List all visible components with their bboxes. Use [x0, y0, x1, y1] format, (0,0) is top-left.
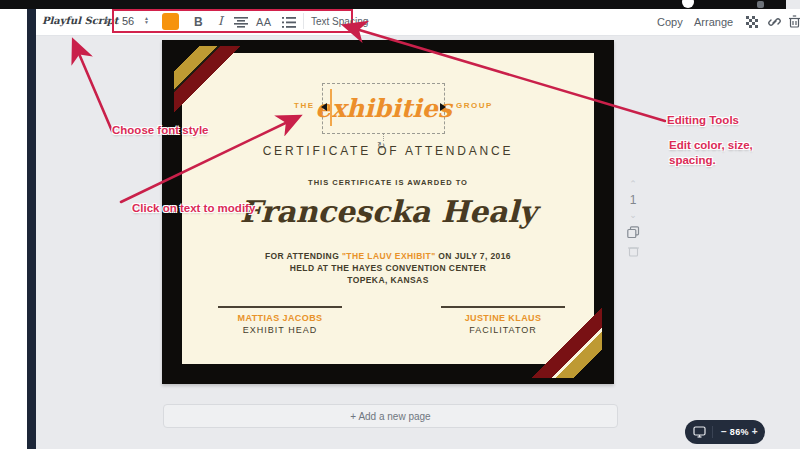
- certificate-body-line3[interactable]: TOPEKA, KANSAS: [162, 275, 614, 285]
- text-toolbar: Playful Script ▲ ▼ 56 ▲ ▼ B I AA Text Sp…: [36, 9, 800, 36]
- transparency-icon[interactable]: [746, 16, 758, 28]
- font-size-field[interactable]: 56: [122, 15, 134, 27]
- brand-prefix-text[interactable]: THE: [294, 101, 315, 110]
- text-spacing-button[interactable]: Text Spacing: [311, 16, 368, 27]
- text-align-icon[interactable]: [234, 17, 248, 28]
- video-progress-bar[interactable]: [0, 0, 786, 9]
- event-name-highlight: "THE LAUV EXHIBIT": [342, 251, 436, 261]
- arrange-button[interactable]: Arrange: [694, 16, 733, 28]
- pill-divider: [712, 426, 713, 438]
- annotation-choose-font: Choose font style: [112, 123, 208, 138]
- text-selection-box[interactable]: exhibities ↻: [322, 83, 445, 134]
- text-color-swatch[interactable]: [162, 13, 179, 30]
- move-page-down-icon[interactable]: ⌄: [622, 211, 644, 220]
- player-button-icon[interactable]: [757, 1, 764, 8]
- resize-handle-right-icon[interactable]: [440, 103, 446, 111]
- toolbar-divider: [303, 13, 304, 29]
- list-icon[interactable]: [282, 17, 296, 28]
- annotation-click-text: Click on text to modify: [132, 201, 255, 216]
- link-icon[interactable]: [768, 16, 781, 28]
- zoom-level: 86%: [730, 427, 749, 437]
- certificate-subtitle[interactable]: THIS CERTIFICATE IS AWARDED TO: [162, 178, 614, 187]
- stepper-down-icon[interactable]: ▼: [104, 20, 109, 24]
- design-editor: Playful Script ▲ ▼ 56 ▲ ▼ B I AA Text Sp…: [0, 0, 800, 449]
- zoom-out-button[interactable]: −: [718, 420, 730, 444]
- signature-line: [218, 306, 342, 308]
- certificate-body-line2[interactable]: HELD AT THE HAYES CONVENTION CENTER: [162, 263, 614, 273]
- present-icon[interactable]: [693, 426, 706, 438]
- trash-icon[interactable]: [789, 15, 800, 28]
- duplicate-page-icon[interactable]: [627, 226, 640, 239]
- move-page-up-icon[interactable]: ⌃: [622, 180, 644, 189]
- body-text: FOR ATTENDING: [265, 251, 342, 261]
- copy-button[interactable]: Copy: [657, 16, 683, 28]
- certificate-title[interactable]: CERTIFICATE OF ATTENDANCE: [162, 144, 614, 158]
- page-rail: ⌃ 1 ⌄: [622, 180, 644, 257]
- brand-suffix-text[interactable]: GROUP: [456, 101, 493, 110]
- signature-title[interactable]: FACILITATOR: [441, 325, 565, 335]
- stepper-down-icon[interactable]: ▼: [144, 20, 149, 24]
- signature-block-left[interactable]: MATTIAS JACOBS EXHIBIT HEAD: [218, 306, 342, 335]
- brand-script-text[interactable]: exhibities: [323, 84, 444, 133]
- left-margin: [0, 9, 27, 449]
- text-caret: [330, 89, 332, 126]
- zoom-in-button[interactable]: +: [749, 420, 761, 444]
- certificate-body-line1[interactable]: FOR ATTENDING "THE LAUV EXHIBIT" ON JULY…: [162, 251, 614, 261]
- signature-name[interactable]: MATTIAS JACOBS: [218, 313, 342, 323]
- signature-title[interactable]: EXHIBIT HEAD: [218, 325, 342, 335]
- delete-page-icon[interactable]: [628, 245, 639, 257]
- font-size-stepper[interactable]: ▲ ▼: [144, 16, 149, 24]
- arrow-to-font-selector: [74, 42, 112, 131]
- resize-handle-left-icon[interactable]: [321, 103, 327, 111]
- italic-button[interactable]: I: [218, 14, 223, 28]
- signature-name[interactable]: JUSTINE KLAUS: [441, 313, 565, 323]
- zoom-control: − 86% +: [685, 420, 765, 444]
- page-number: 1: [622, 193, 644, 207]
- signature-block-right[interactable]: JUSTINE KLAUS FACILITATOR: [441, 306, 565, 335]
- font-family-stepper[interactable]: ▲ ▼: [104, 16, 109, 24]
- sidebar-edge: [27, 9, 36, 449]
- add-new-page-button[interactable]: + Add a new page: [163, 404, 618, 428]
- letter-case-button[interactable]: AA: [256, 16, 272, 28]
- corner-ribbon-top-left: [174, 46, 240, 112]
- scrubber-handle-icon[interactable]: [682, 0, 694, 8]
- bold-button[interactable]: B: [194, 15, 203, 29]
- body-text: ON JULY 7, 2016: [436, 251, 511, 261]
- annotation-editing-tools: Editing Tools: [667, 113, 739, 128]
- signature-line: [441, 306, 565, 308]
- annotation-edit-color: Edit color, size, spacing.: [669, 138, 753, 168]
